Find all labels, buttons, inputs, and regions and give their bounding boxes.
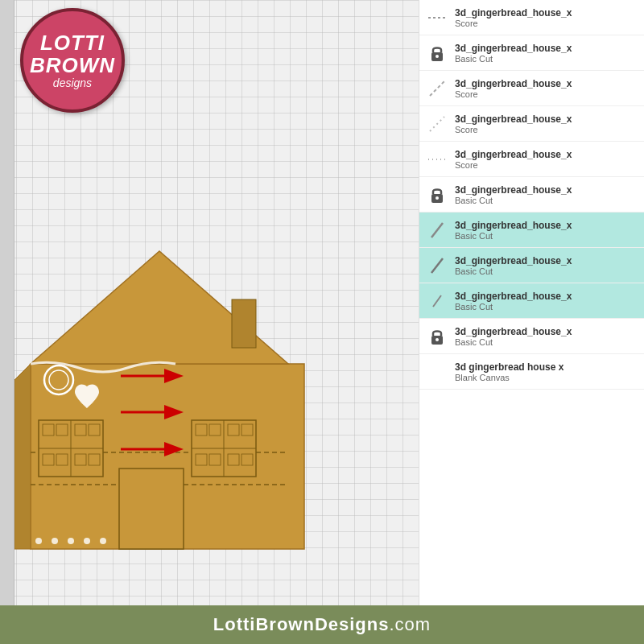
- layer-item[interactable]: 3d_gingerbread_house_x Basic Cut: [419, 35, 644, 71]
- layer-type: Basic Cut: [455, 231, 638, 241]
- layers-panel[interactable]: 3d_gingerbread_house_x Score 3d_gingerbr…: [419, 0, 644, 605]
- logo-line1: LOTTI: [30, 31, 115, 55]
- layer-name: 3d_gingerbread_house_x: [455, 7, 638, 19]
- layer-type: Basic Cut: [455, 196, 638, 205]
- cut-slash-icon: [426, 219, 448, 242]
- app-container: LOTTI BROWN designs: [0, 0, 644, 644]
- svg-point-51: [436, 338, 439, 341]
- svg-point-34: [100, 538, 106, 544]
- layer-type: Score: [455, 89, 638, 99]
- layer-name: 3d_gingerbread_house_x: [455, 78, 638, 89]
- layer-type: Score: [455, 125, 638, 134]
- layer-name: 3d_gingerbread_house_x: [455, 114, 638, 125]
- layer-item[interactable]: 3d gingerbread house x Blank Canvas: [419, 354, 644, 390]
- svg-line-47: [431, 223, 443, 237]
- layer-type: Basic Cut: [455, 302, 638, 312]
- layer-item[interactable]: 3d_gingerbread_house_x Score: [419, 71, 644, 106]
- canvas-area[interactable]: LOTTI BROWN designs: [0, 0, 419, 605]
- svg-point-31: [52, 538, 58, 544]
- svg-point-32: [68, 538, 74, 544]
- svg-point-33: [84, 538, 90, 544]
- layer-type: Blank Canvas: [455, 373, 638, 382]
- logo-line3: designs: [30, 77, 115, 89]
- layer-item-highlighted[interactable]: 3d_gingerbread_house_x Basic Cut: [419, 283, 644, 319]
- cut-slash2-icon: [426, 254, 448, 277]
- svg-point-30: [35, 538, 42, 544]
- layer-item[interactable]: 3d_gingerbread_house_x Basic Cut: [419, 177, 644, 213]
- layer-item[interactable]: 3d_gingerbread_house_x Basic Cut: [419, 319, 644, 354]
- cut-slash3-icon: [426, 290, 448, 312]
- score-icon: [426, 6, 448, 29]
- layer-item[interactable]: 3d_gingerbread_house_x Score: [419, 142, 644, 177]
- blank-canvas-icon: [426, 361, 448, 383]
- svg-rect-35: [232, 299, 256, 348]
- score-diagonal-icon: [426, 77, 448, 100]
- logo-container: LOTTI BROWN designs: [20, 8, 125, 113]
- layer-name: 3d gingerbread house x: [455, 361, 638, 373]
- layer-name: 3d_gingerbread_house_x: [455, 184, 638, 196]
- layer-type: Score: [455, 19, 638, 28]
- layer-item[interactable]: 3d_gingerbread_house_x Score: [419, 0, 644, 35]
- arrow-2: [121, 400, 185, 427]
- layer-name: 3d_gingerbread_house_x: [455, 220, 638, 231]
- svg-line-43: [430, 117, 444, 131]
- score-diagonal2-icon: [426, 113, 448, 135]
- score-dotted-icon: [426, 148, 448, 171]
- svg-line-49: [433, 295, 441, 307]
- lock-icon: [426, 42, 448, 64]
- layer-name: 3d_gingerbread_house_x: [455, 291, 638, 302]
- layer-type: Basic Cut: [455, 337, 638, 347]
- layer-type: Basic Cut: [455, 266, 638, 276]
- logo-line2: BROWN: [30, 54, 115, 77]
- svg-line-42: [430, 81, 444, 96]
- lock-icon: [426, 325, 448, 348]
- layer-item-highlighted[interactable]: 3d_gingerbread_house_x Basic Cut: [419, 213, 644, 248]
- logo-circle: LOTTI BROWN designs: [20, 8, 125, 113]
- layer-type: Score: [455, 160, 638, 170]
- arrow-3: [121, 437, 185, 464]
- canvas-ruler: [0, 0, 14, 605]
- svg-point-46: [436, 196, 439, 200]
- svg-marker-2: [14, 364, 31, 549]
- content-area: LOTTI BROWN designs: [0, 0, 644, 605]
- bottom-bar-text: LottiBrownDesigns.com: [213, 614, 431, 635]
- layer-name: 3d_gingerbread_house_x: [455, 255, 638, 266]
- lock-icon: [426, 184, 448, 206]
- layer-item[interactable]: 3d_gingerbread_house_x Score: [419, 106, 644, 142]
- layer-name: 3d_gingerbread_house_x: [455, 149, 638, 160]
- bottom-bar: LottiBrownDesigns.com: [0, 605, 644, 644]
- layer-item-highlighted[interactable]: 3d_gingerbread_house_x Basic Cut: [419, 248, 644, 283]
- svg-point-41: [436, 55, 439, 58]
- layer-type: Basic Cut: [455, 54, 638, 64]
- svg-rect-5: [119, 469, 184, 549]
- svg-line-48: [431, 258, 443, 273]
- layer-name: 3d_gingerbread_house_x: [455, 43, 638, 54]
- layer-name: 3d_gingerbread_house_x: [455, 326, 638, 337]
- logo-text: LOTTI BROWN designs: [30, 31, 115, 90]
- arrow-1: [121, 364, 185, 391]
- bottom-bar-bold: LottiBrownDesigns: [213, 614, 390, 634]
